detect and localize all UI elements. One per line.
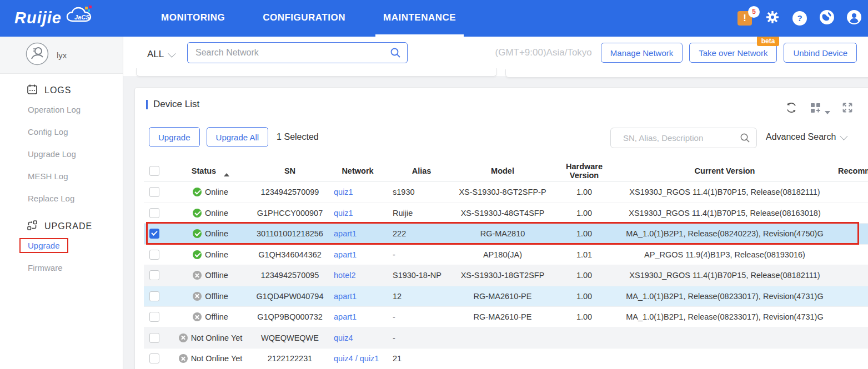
- column-header-current-version[interactable]: Current Version: [616, 166, 834, 175]
- avatar-icon: [26, 42, 49, 68]
- column-header-alias[interactable]: Alias: [390, 166, 453, 175]
- table-row[interactable]: Online 301101001218256 apart1 222 RG-MA2…: [144, 224, 868, 245]
- network-link[interactable]: quiz1: [334, 188, 353, 196]
- network-link[interactable]: apart1: [334, 250, 357, 259]
- network-link[interactable]: quiz4: [334, 333, 353, 342]
- unbind-device-button[interactable]: Unbind Device: [784, 43, 857, 63]
- sn-cell: 2122122231: [255, 354, 325, 363]
- manage-network-button[interactable]: Manage Network: [601, 43, 683, 63]
- row-checkbox[interactable]: [149, 353, 159, 363]
- status-label: Offline: [205, 312, 228, 321]
- row-checkbox[interactable]: [149, 208, 159, 218]
- select-all-checkbox[interactable]: [149, 166, 159, 176]
- network-link[interactable]: quiz1: [334, 209, 353, 218]
- alias-cell: 12: [390, 292, 453, 301]
- row-checkbox[interactable]: [149, 229, 159, 239]
- help-icon[interactable]: ?: [792, 11, 807, 26]
- calendar-icon: [27, 84, 38, 97]
- table-row[interactable]: Offline 1234942570095 hotel2 S1930-18-NP…: [144, 265, 868, 286]
- upgrade-annotation-box: Upgrade: [19, 238, 68, 253]
- model-cell: XS-S1930J-48GT4SFP: [453, 209, 553, 218]
- table-row[interactable]: Online 1234942570099 quiz1 s1930 XS-S193…: [144, 182, 868, 203]
- sidebar-user-name: lyx: [57, 50, 67, 60]
- sidebar-section-logs-label: LOGS: [44, 85, 71, 95]
- advanced-search-label: Advanced Search: [766, 132, 836, 142]
- column-header-recommended-version[interactable]: Recommended Version: [834, 166, 868, 175]
- table-row[interactable]: Not Online Yet 2122122231 quiz4 / quiz1 …: [144, 348, 868, 369]
- nav-maintenance[interactable]: MAINTENANCE: [375, 0, 464, 37]
- alias-cell: 21: [390, 354, 453, 363]
- sidebar-item-replace-log[interactable]: Replace Log: [0, 188, 123, 210]
- row-checkbox[interactable]: [149, 291, 159, 301]
- notification-icon[interactable]: ! 5: [737, 11, 752, 26]
- column-header-network[interactable]: Network: [325, 166, 390, 175]
- row-checkbox[interactable]: [149, 187, 159, 197]
- column-header-sn[interactable]: SN: [255, 166, 325, 175]
- network-link[interactable]: hotel2: [334, 271, 356, 280]
- alias-cell: 222: [390, 229, 453, 238]
- device-list-tools: [785, 101, 854, 117]
- row-checkbox[interactable]: [149, 270, 159, 280]
- search-icon[interactable]: [390, 47, 401, 60]
- sidebar-item-upgrade[interactable]: Upgrade: [0, 235, 123, 257]
- gear-icon[interactable]: [765, 10, 780, 27]
- table-row[interactable]: Online G1PHCCY000907 quiz1 Ruijie XS-S19…: [144, 203, 868, 224]
- fullscreen-icon[interactable]: [841, 102, 854, 116]
- status-label: Online: [205, 209, 228, 218]
- current-version-cell: XS1930J_RGOS 11.4(1)B70P15, Release(0816…: [616, 209, 834, 218]
- network-link[interactable]: apart1: [334, 229, 357, 238]
- sidebar-section-upgrade-label: UPGRADE: [44, 221, 92, 231]
- sidebar-item-operation-log[interactable]: Operation Log: [0, 99, 123, 121]
- network-link[interactable]: apart1: [334, 292, 357, 301]
- column-header-model[interactable]: Model: [453, 166, 553, 175]
- column-header-hardware-version[interactable]: Hardware Version: [553, 162, 616, 180]
- user-account-icon[interactable]: [847, 10, 861, 27]
- status-cell: Not Online Yet: [166, 333, 255, 342]
- table-row[interactable]: Not Online Yet WQEQWEQWE quiz4 -: [144, 328, 868, 349]
- network-link[interactable]: apart1: [334, 312, 357, 321]
- nav-monitoring[interactable]: MONITORING: [153, 0, 233, 37]
- network-search-input[interactable]: [187, 42, 408, 63]
- network-cell: quiz4: [325, 333, 390, 342]
- sn-cell: G1QD4PW040794: [255, 292, 325, 301]
- model-cell: XS-S1930J-18GT2SFP: [453, 271, 553, 280]
- row-checkbox[interactable]: [149, 250, 159, 260]
- hardware-version-cell: 1.00: [553, 312, 616, 321]
- sidebar-item-mesh-log[interactable]: MESH Log: [0, 165, 123, 188]
- network-scope-dropdown[interactable]: ALL: [147, 49, 174, 60]
- sidebar-item-config-log[interactable]: Config Log: [0, 121, 123, 143]
- row-checkbox[interactable]: [149, 333, 159, 343]
- sidebar-section-upgrade[interactable]: UPGRADE: [0, 218, 123, 235]
- top-header: Ruijie JaCS MONITORING CONFIGURATION MAI…: [0, 0, 868, 37]
- sidebar-section-logs[interactable]: LOGS: [0, 82, 123, 99]
- device-search-input[interactable]: [610, 128, 757, 148]
- sn-cell: WQEQWEQWE: [255, 333, 325, 342]
- sidebar-user[interactable]: lyx: [0, 37, 123, 74]
- sort-ascending-icon[interactable]: [224, 173, 229, 176]
- upgrade-all-button[interactable]: Upgrade All: [207, 127, 269, 147]
- status-cell: Online: [166, 229, 255, 238]
- refresh-icon[interactable]: [785, 101, 798, 117]
- column-settings-icon[interactable]: [809, 101, 830, 117]
- device-table-header: Status SN Network Alias Model Hardware V…: [144, 160, 868, 182]
- status-cell: Offline: [166, 271, 255, 280]
- model-cell: RG-MA2610-PE: [453, 292, 553, 301]
- beta-badge: beta: [757, 36, 780, 46]
- sidebar-item-firmware[interactable]: Firmware: [0, 257, 123, 279]
- brand-name: Ruijie: [14, 9, 62, 27]
- row-checkbox[interactable]: [149, 312, 159, 322]
- status-label: Online: [205, 250, 228, 259]
- device-search: [610, 128, 757, 148]
- table-row[interactable]: Offline G1QP9BQ000732 apart1 - RG-MA2610…: [144, 307, 868, 328]
- nav-configuration[interactable]: CONFIGURATION: [255, 0, 353, 37]
- advanced-search-toggle[interactable]: Advanced Search: [766, 132, 846, 142]
- column-header-status[interactable]: Status: [166, 166, 255, 175]
- current-version-cell: AP_RGOS 11.9(4)B1P3, Release(08193016): [616, 250, 834, 259]
- sidebar-item-upgrade-log[interactable]: Upgrade Log: [0, 143, 123, 165]
- globe-icon[interactable]: [820, 10, 834, 27]
- device-search-icon[interactable]: [740, 133, 750, 145]
- upgrade-button[interactable]: Upgrade: [149, 127, 200, 147]
- table-row[interactable]: Online G1QH346044362 apart1 - AP180(JA) …: [144, 245, 868, 266]
- table-row[interactable]: Offline G1QD4PW040794 apart1 12 RG-MA261…: [144, 286, 868, 307]
- network-link[interactable]: quiz4 / quiz1: [334, 354, 379, 363]
